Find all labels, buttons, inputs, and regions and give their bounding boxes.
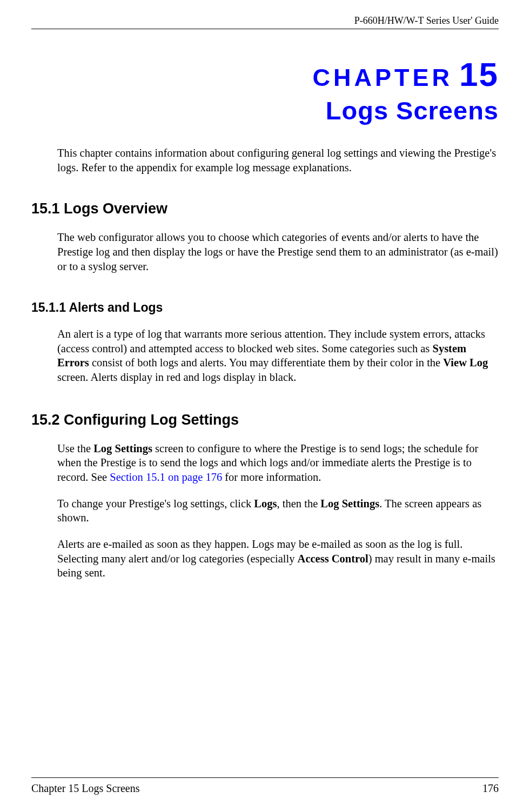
section-body-15-1: The web configurator allows you to choos… [57,230,499,273]
chapter-number: 15 [459,56,499,93]
bold-logs: Logs [254,498,277,509]
text-fragment: To change your Prestige's log settings, … [57,498,254,509]
subsection-heading-15-1-1: 15.1.1 Alerts and Logs [31,300,499,315]
chapter-heading: CHAPTER 15 Logs Screens [31,55,499,125]
text-fragment: screen. Alerts display in red and logs d… [57,371,296,383]
bold-log-settings: Log Settings [93,442,152,454]
section-heading-15-1: 15.1 Logs Overview [31,200,499,217]
text-fragment: consist of both logs and alerts. You may… [89,357,444,368]
page-header: P-660H/HW/W-T Series User' Guide [31,15,499,29]
footer-page-number: 176 [482,782,499,795]
text-fragment: for more information. [222,471,321,483]
section-15-1-1: 15.1.1 Alerts and Logs An alert is a typ… [31,300,499,400]
text-fragment: , then the [277,498,321,509]
bold-view-log: View Log [443,357,488,368]
chapter-label-row: CHAPTER 15 [31,55,499,93]
chapter-intro: This chapter contains information about … [57,146,499,175]
chapter-label: CHAPTER [313,64,453,91]
paragraph-1: Use the Log Settings screen to configure… [57,441,499,485]
page-footer: Chapter 15 Logs Screens 176 [31,777,499,795]
paragraph-2: To change your Prestige's log settings, … [57,496,499,525]
section-15-2: 15.2 Configuring Log Settings Use the Lo… [31,412,499,595]
footer-chapter-label: Chapter 15 Logs Screens [31,782,140,795]
bold-log-settings-2: Log Settings [320,498,379,509]
subsection-body-15-1-1: An alert is a type of log that warrants … [57,327,499,385]
chapter-title: Logs Screens [31,96,499,125]
section-heading-15-2: 15.2 Configuring Log Settings [31,412,499,428]
text-fragment: An alert is a type of log that warrants … [57,328,485,354]
paragraph-3: Alerts are e-mailed as soon as they happ… [57,537,499,580]
text-fragment: Use the [57,442,93,454]
guide-title: P-660H/HW/W-T Series User' Guide [354,15,499,26]
section-body-15-2: Use the Log Settings screen to configure… [57,441,499,580]
section-15-1: 15.1 Logs Overview The web configurator … [31,200,499,288]
bold-access-control: Access Control [298,553,368,565]
link-section-15-1[interactable]: Section 15.1 on page 176 [110,471,222,483]
